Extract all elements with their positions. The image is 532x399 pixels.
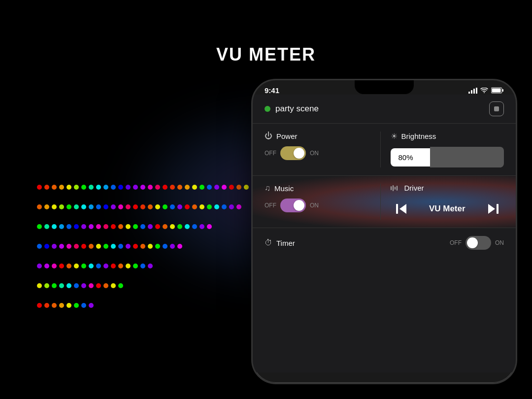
svg-point-93	[126, 244, 131, 249]
svg-rect-137	[468, 92, 470, 94]
svg-point-128	[118, 283, 123, 288]
brightness-slider-container: 80%	[391, 147, 504, 167]
svg-point-74	[163, 224, 167, 229]
signal-icon	[468, 88, 477, 94]
svg-point-57	[37, 224, 42, 229]
power-col: ⏻ Power OFF ON	[265, 132, 378, 167]
music-driver-section: ♫ Music OFF ON	[253, 176, 516, 228]
brightness-label: ☀ Brightness	[391, 132, 504, 141]
svg-point-0	[37, 185, 42, 190]
svg-point-67	[111, 224, 116, 229]
svg-point-100	[177, 244, 182, 249]
music-driver-divider	[380, 184, 381, 220]
svg-marker-148	[399, 204, 406, 214]
brightness-value: 80%	[391, 148, 430, 166]
svg-point-68	[118, 224, 123, 229]
svg-point-47	[170, 204, 175, 209]
led-strip-svg	[30, 172, 256, 340]
svg-rect-144	[391, 186, 392, 190]
svg-point-119	[52, 283, 57, 288]
svg-point-8	[96, 185, 101, 190]
svg-point-65	[96, 224, 101, 229]
section-divider	[380, 132, 381, 167]
svg-point-82	[44, 244, 49, 249]
svg-point-22	[200, 185, 204, 190]
svg-point-126	[103, 283, 108, 288]
brightness-col: ☀ Brightness 80%	[383, 132, 504, 167]
svg-rect-147	[397, 186, 398, 191]
driver-name: VU Meter	[412, 204, 483, 214]
svg-point-97	[155, 244, 160, 249]
timer-off-label: OFF	[450, 239, 462, 246]
svg-point-112	[118, 264, 123, 268]
svg-point-60	[59, 224, 64, 229]
svg-point-51	[200, 204, 204, 209]
timer-label: ⏱ Timer	[265, 238, 295, 247]
svg-point-122	[74, 283, 79, 288]
svg-point-41	[126, 204, 131, 209]
power-toggle[interactable]	[280, 146, 306, 160]
status-bar: 9:41	[253, 80, 516, 95]
phone-mockup: 9:41	[251, 79, 517, 384]
svg-point-64	[89, 224, 94, 229]
svg-point-117	[37, 283, 42, 288]
svg-point-88	[89, 244, 94, 249]
timer-toggle[interactable]	[466, 236, 491, 250]
svg-point-113	[126, 264, 131, 268]
svg-point-111	[111, 264, 116, 268]
skip-back-icon	[395, 202, 408, 216]
svg-point-123	[81, 283, 86, 288]
timer-section: ⏱ Timer OFF ON	[253, 228, 516, 258]
svg-rect-149	[396, 204, 398, 214]
power-off-label: OFF	[265, 150, 276, 157]
timer-toggle-thumb	[467, 237, 478, 248]
music-toggle[interactable]	[280, 199, 306, 212]
brightness-track[interactable]	[430, 147, 504, 167]
svg-point-104	[59, 264, 64, 268]
led-strips-decoration	[30, 172, 256, 340]
svg-point-120	[59, 283, 64, 288]
svg-point-131	[52, 303, 57, 308]
svg-point-50	[192, 204, 197, 209]
svg-point-25	[222, 185, 227, 190]
svg-point-34	[74, 204, 79, 209]
svg-point-23	[207, 185, 212, 190]
svg-point-44	[148, 204, 153, 209]
svg-point-101	[37, 264, 42, 268]
svg-point-66	[103, 224, 108, 229]
battery-icon	[491, 87, 504, 94]
svg-point-72	[148, 224, 153, 229]
svg-point-81	[37, 244, 42, 249]
svg-point-70	[133, 224, 138, 229]
svg-point-102	[44, 264, 49, 268]
svg-rect-142	[502, 89, 504, 92]
svg-point-105	[66, 264, 71, 268]
svg-point-7	[89, 185, 94, 190]
stop-button[interactable]	[489, 101, 504, 116]
timer-toggle-row: OFF ON	[450, 236, 504, 250]
prev-driver-button[interactable]	[391, 198, 412, 220]
svg-point-130	[44, 303, 49, 308]
svg-point-3	[59, 185, 64, 190]
svg-point-58	[44, 224, 49, 229]
svg-point-136	[89, 303, 94, 308]
svg-point-77	[185, 224, 190, 229]
svg-point-30	[44, 204, 49, 209]
phone-frame: 9:41	[251, 79, 517, 384]
svg-point-27	[236, 185, 241, 190]
svg-point-114	[133, 264, 138, 268]
svg-rect-139	[473, 89, 475, 94]
next-driver-button[interactable]	[482, 198, 504, 220]
svg-rect-146	[395, 187, 396, 190]
music-toggle-thumb	[294, 200, 304, 211]
svg-point-59	[52, 224, 57, 229]
svg-point-95	[140, 244, 145, 249]
scene-header: party scene	[253, 95, 516, 124]
power-label: ⏻ Power	[265, 132, 378, 140]
timer-icon: ⏱	[265, 238, 272, 247]
svg-point-80	[207, 224, 212, 229]
svg-point-45	[155, 204, 160, 209]
svg-point-31	[52, 204, 57, 209]
power-brightness-section: ⏻ Power OFF ON	[253, 124, 516, 176]
svg-point-26	[229, 185, 234, 190]
